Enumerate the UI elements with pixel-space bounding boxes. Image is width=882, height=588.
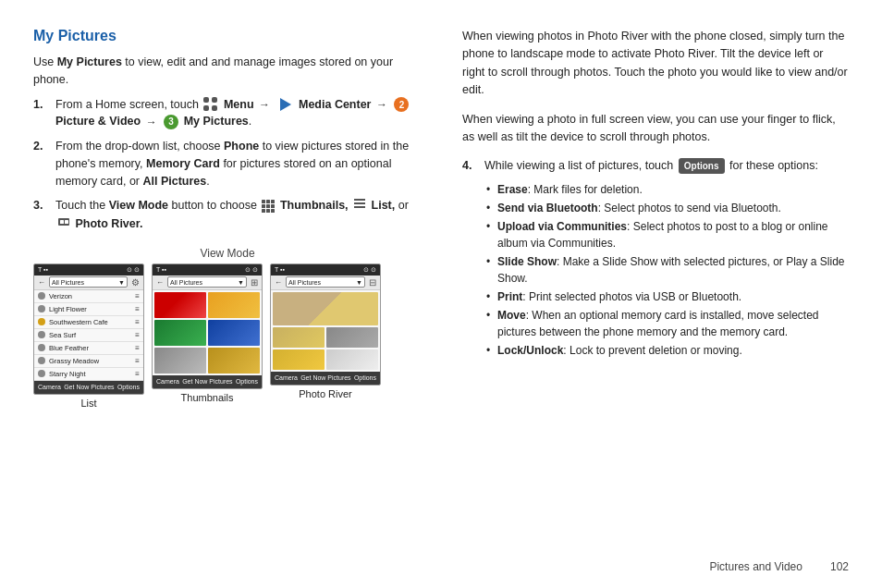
thumbnails-icon [262,200,275,213]
right-column: When viewing photos in Photo River with … [444,0,882,588]
footer-page: 102 [830,560,849,573]
back-icon: ← [38,278,45,287]
step-2-number: 2. [33,138,55,190]
item-icon: ≡ [135,318,140,326]
list-item: Grassy Meadow ≡ [34,355,143,368]
step-1-number: 1. [33,96,55,131]
screenshots-row: T ▪▪ ⊙ ⊙ ← All Pictures ▼ ⚙ [33,263,422,409]
item-icon: ≡ [135,305,140,313]
svg-marker-0 [280,98,291,111]
svg-rect-3 [354,206,365,208]
right-para-2: When viewing a photo in full screen view… [462,111,849,147]
pr-small-1 [273,327,325,348]
bullet-slideshow: Slide Show: Make a Slide Show with selec… [484,252,849,288]
list-item: Light Flower ≡ [34,303,143,316]
pr-small-4 [326,349,378,370]
pr-small-3 [273,349,325,370]
bullet-bluetooth: Send via Bluetooth: Select photos to sen… [484,199,849,217]
thumbs-phone: T ▪▪ ⊙ ⊙ ← All Pictures ▼ ⊞ [152,263,263,389]
settings-icon: ⚙ [131,277,140,288]
item-dot [38,344,45,351]
step-3-content: Touch the View Mode button to choose Thu… [55,197,422,234]
item-dot [38,331,45,338]
footer-section: Pictures and Video [709,560,802,573]
pr-caption: Photo River [270,388,381,399]
right-step-4: 4. While viewing a list of pictures, tou… [462,157,849,360]
list-item: Southwestern Cafe ≡ [34,316,143,329]
back-icon: ← [275,278,282,287]
step-3: 3. Touch the View Mode button to choose … [33,197,422,234]
item-dot [38,305,45,312]
footer: Pictures and Video 102 [709,560,849,573]
thumbnails-screenshot: T ▪▪ ⊙ ⊙ ← All Pictures ▼ ⊞ [152,263,263,409]
back-icon: ← [156,278,164,287]
step-2: 2. From the drop-down list, choose Phone… [33,138,422,190]
step-4-number: 4. [462,157,484,360]
item-dot [38,370,45,377]
list-dropdown[interactable]: All Pictures ▼ [49,276,128,288]
thumbs-grid [153,290,262,375]
list-phone: T ▪▪ ⊙ ⊙ ← All Pictures ▼ ⚙ [33,263,144,395]
step-4-content: While viewing a list of pictures, touch … [484,157,849,360]
arrow-icon-2: → [376,96,387,113]
thumb-3 [154,320,206,346]
grid-view-icon: ⊞ [251,277,258,288]
thumbs-dropdown[interactable]: All Pictures ▼ [167,276,247,288]
list-view-icon [353,197,366,215]
list-item: Starry Night ≡ [34,368,143,381]
list-item: Sea Surf ≡ [34,329,143,342]
item-icon: ≡ [135,344,140,352]
bullet-lock: Lock/Unlock: Lock to prevent deletion or… [484,341,849,360]
pr-bottombar: Camera Get Now Pictures Options [271,372,380,385]
item-icon: ≡ [135,292,140,300]
circle-3-icon: 3 [164,115,178,129]
step-1-content: From a Home screen, touch Menu → Media C… [55,96,422,131]
item-icon: ≡ [135,370,140,378]
item-icon: ≡ [135,331,140,339]
list-toolbar: ← All Pictures ▼ ⚙ [34,276,143,290]
pr-small-photos-2 [273,349,378,370]
list-item: Verizon ≡ [34,290,143,303]
left-column: My Pictures Use My Pictures to view, edi… [0,0,444,588]
svg-rect-5 [60,220,64,224]
pr-view-icon: ⊟ [369,277,376,288]
pr-small-2 [326,327,378,348]
page-title: My Pictures [33,28,422,44]
item-dot [38,292,45,300]
list-bottombar: Camera Get Now Pictures Options [34,381,143,394]
arrow-icon-3: → [146,114,157,130]
pr-phone: T ▪▪ ⊙ ⊙ ← All Pictures ▼ ⊟ [270,263,381,386]
bullet-erase: Erase: Mark files for deletion. [484,180,849,199]
thumbs-bottombar: Camera Get Now Pictures Options [153,375,262,388]
thumb-2 [208,292,260,318]
pr-content [271,290,380,372]
circle-2-icon: 2 [394,97,409,112]
pr-main-photo [273,292,378,325]
step-3-number: 3. [33,197,55,234]
list-items: Verizon ≡ Light Flower ≡ Southwestern Ca… [34,290,143,381]
photo-river-screenshot: T ▪▪ ⊙ ⊙ ← All Pictures ▼ ⊟ [270,263,381,409]
pr-small-photos [273,327,378,348]
thumb-1 [154,292,206,318]
right-para-1: When viewing photos in Photo River with … [462,28,849,100]
list-caption: List [33,398,144,409]
menu-grid-icon [203,97,218,112]
svg-rect-1 [354,199,365,201]
arrow-icon-1: → [259,96,270,113]
svg-rect-2 [354,202,365,204]
list-item: Blue Feather ≡ [34,342,143,355]
pr-dropdown[interactable]: All Pictures ▼ [286,276,365,288]
view-mode-section: View Mode T ▪▪ ⊙ ⊙ ← All Pictures ▼ [33,247,422,409]
thumbs-toolbar: ← All Pictures ▼ ⊞ [153,276,262,290]
view-mode-label: View Mode [33,247,422,260]
item-dot [38,318,45,325]
photo-river-icon [57,215,70,234]
step-2-content: From the drop-down list, choose Phone to… [55,138,422,190]
list-screenshot: T ▪▪ ⊙ ⊙ ← All Pictures ▼ ⚙ [33,263,144,409]
right-steps: 4. While viewing a list of pictures, tou… [462,157,849,360]
thumb-6 [208,348,260,374]
bullet-list: Erase: Mark files for deletion. Send via… [484,180,849,360]
thumb-5 [154,348,206,374]
step-1: 1. From a Home screen, touch Menu → Medi… [33,96,422,131]
pr-statusbar: T ▪▪ ⊙ ⊙ [271,264,380,276]
